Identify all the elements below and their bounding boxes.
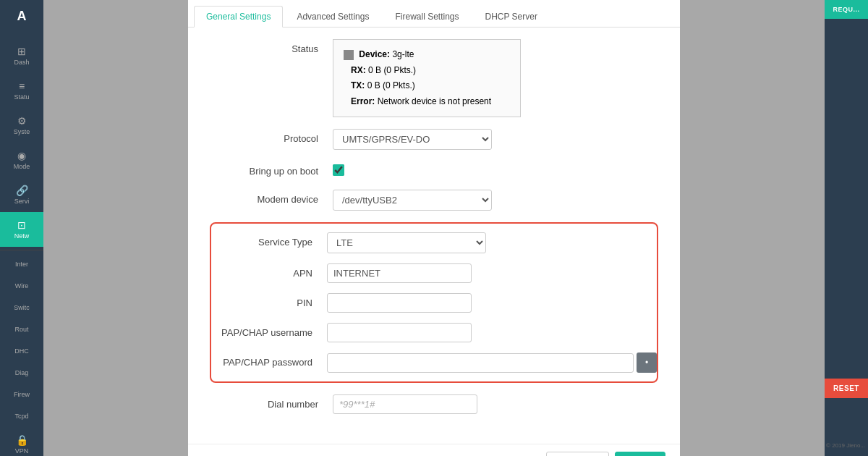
modem-label: Modem device (217, 190, 333, 205)
protocol-label: Protocol (217, 129, 333, 144)
pin-input[interactable] (327, 293, 472, 313)
bring-up-row: Bring up on boot (217, 161, 651, 178)
system-icon: ⚙ (17, 115, 27, 127)
dial-row: Dial number (217, 394, 651, 414)
tab-bar: General Settings Advanced Settings Firew… (188, 0, 680, 28)
sidebar-sub-label: Rout (14, 326, 28, 333)
service-type-row: Service Type LTE (211, 232, 657, 253)
modem-control: /dev/ttyUSB2 (333, 190, 651, 211)
sidebar-item-switch[interactable]: Switc (0, 297, 43, 318)
right-top-button[interactable]: REQU... (825, 0, 868, 19)
red-section: Service Type LTE APN (210, 222, 658, 383)
sidebar-item-label: Netw (14, 232, 30, 240)
apn-input[interactable] (327, 263, 472, 283)
pap-pass-row: PAP/CHAP password • (211, 352, 657, 373)
sidebar-sub-label: Inter (15, 261, 28, 268)
pap-pass-input[interactable] (327, 353, 634, 373)
tab-firewall[interactable]: Firewall Settings (383, 6, 471, 27)
apn-label: APN (211, 263, 327, 279)
bring-up-checkbox[interactable] (333, 164, 344, 176)
right-reset-button[interactable]: RESET (825, 379, 868, 398)
protocol-select[interactable]: UMTS/GPRS/EV-DO (333, 129, 492, 150)
sidebar-sub-label: Tcpd (14, 413, 28, 420)
save-button[interactable]: SAVE (615, 452, 665, 456)
sidebar-item-routes[interactable]: Rout (0, 318, 43, 340)
sidebar-item-wireless[interactable]: Wire (0, 275, 43, 297)
tab-general[interactable]: General Settings (194, 6, 283, 28)
tab-dhcp[interactable]: DHCP Server (473, 6, 550, 27)
sidebar-item-firewall[interactable]: Firew (0, 384, 43, 405)
status-row: Status Device: 3g-lte RX: 0 B (0 Pkts.) (217, 39, 651, 117)
sidebar-item-system[interactable]: ⚙ Syste (0, 108, 43, 143)
services-icon: 🔗 (16, 185, 28, 196)
right-footer-text: © 2019 Jleno... (826, 442, 865, 449)
pap-pass-label: PAP/CHAP password (211, 352, 327, 368)
status-rx: RX: 0 B (0 Pkts.) (344, 63, 510, 79)
main-content: General Settings Advanced Settings Firew… (43, 0, 825, 456)
sidebar-item-label: Dash (14, 59, 29, 66)
password-toggle-button[interactable]: • (637, 352, 657, 373)
sidebar: A ⊞ Dash ≡ Statu ⚙ Syste ◉ Mode 🔗 Servi … (0, 0, 43, 456)
sidebar-sub-label: Diag (15, 369, 29, 376)
pap-user-input[interactable] (327, 323, 472, 342)
pap-user-row: PAP/CHAP username (211, 323, 657, 342)
sidebar-sub-label: Firew (14, 391, 30, 398)
apn-row: APN (211, 263, 657, 283)
sidebar-item-label: Syste (14, 128, 30, 135)
pap-pass-control: • (327, 352, 657, 373)
password-row: • (327, 352, 657, 373)
apn-control (327, 263, 657, 283)
dismiss-button[interactable]: DISMISS (546, 452, 609, 456)
sidebar-sub-label: Wire (15, 282, 29, 290)
status-icon: ≡ (19, 80, 25, 92)
dashboard-icon: ⊞ (17, 46, 26, 57)
modem-select[interactable]: /dev/ttyUSB2 (333, 190, 492, 211)
dial-control (333, 394, 651, 414)
service-type-control: LTE (327, 232, 657, 253)
sidebar-sub-label: VPN (15, 447, 29, 455)
service-type-label: Service Type (211, 232, 327, 248)
protocol-control: UMTS/GPRS/EV-DO (333, 129, 651, 150)
bring-up-label: Bring up on boot (217, 161, 333, 177)
pin-row: PIN (211, 293, 657, 313)
sidebar-item-label: Servi (14, 198, 30, 205)
sidebar-item-vpn[interactable]: 🔒 VPN (0, 427, 43, 456)
pin-control (327, 293, 657, 313)
status-tx: TX: 0 B (0 Pkts.) (344, 78, 510, 94)
protocol-row: Protocol UMTS/GPRS/EV-DO (217, 129, 651, 150)
sidebar-sub-label: Switc (14, 304, 30, 311)
modal-overlay: General Settings Advanced Settings Firew… (43, 0, 825, 456)
sidebar-item-label: Statu (14, 93, 29, 101)
service-type-select[interactable]: LTE (327, 232, 486, 253)
tab-advanced[interactable]: Advanced Settings (284, 6, 381, 27)
right-panel: REQU... RESET © 2019 Jleno... (825, 0, 868, 456)
form-content: Status Device: 3g-lte RX: 0 B (0 Pkts.) (188, 28, 680, 437)
status-device: Device: 3g-lte (344, 47, 510, 63)
status-error: Error: Network device is not present (344, 94, 510, 110)
sidebar-item-label: Mode (14, 163, 30, 170)
sidebar-item-dashboard[interactable]: ⊞ Dash (0, 38, 43, 73)
sidebar-logo: A (14, 6, 30, 27)
sidebar-item-interfaces[interactable]: Inter (0, 253, 43, 275)
vpn-icon: 🔒 (16, 434, 28, 446)
sidebar-item-status[interactable]: ≡ Statu (0, 73, 43, 108)
sidebar-item-dhcp[interactable]: DHC (0, 340, 43, 362)
status-box: Device: 3g-lte RX: 0 B (0 Pkts.) TX: 0 B… (333, 39, 651, 117)
sidebar-item-diagnostics[interactable]: Diag (0, 362, 43, 384)
modal-footer: DISMISS SAVE (188, 444, 680, 456)
dial-input[interactable] (333, 394, 477, 414)
pap-user-control (327, 323, 657, 342)
sidebar-sub-label: DHC (14, 347, 29, 355)
network-icon: ⊡ (17, 219, 26, 231)
sidebar-item-modem[interactable]: ◉ Mode (0, 143, 43, 177)
modal-panel: General Settings Advanced Settings Firew… (188, 0, 680, 456)
sidebar-item-network[interactable]: ⊡ Netw (0, 212, 43, 247)
pin-label: PIN (211, 293, 327, 308)
sidebar-item-services[interactable]: 🔗 Servi (0, 177, 43, 212)
bring-up-control (333, 161, 651, 178)
dial-label: Dial number (217, 394, 333, 410)
pap-user-label: PAP/CHAP username (211, 323, 327, 338)
modem-row: Modem device /dev/ttyUSB2 (217, 190, 651, 211)
sidebar-item-tcpd[interactable]: Tcpd (0, 405, 43, 427)
status-label: Status (217, 39, 333, 54)
